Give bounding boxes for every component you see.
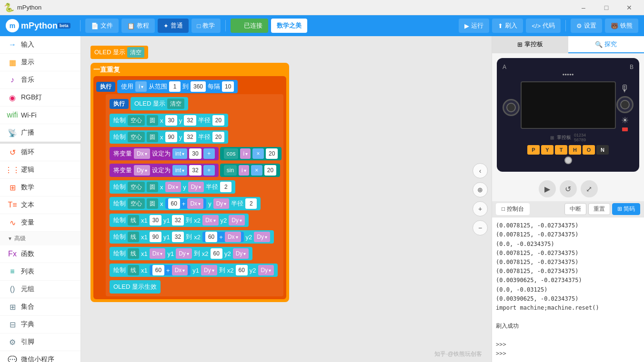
sidebar-item-dict[interactable]: ⊟ 字典 [0,316,80,333]
device-joystick[interactable] [564,157,572,164]
tutorial-button[interactable]: 📋 教程 [121,19,155,33]
sidebar-item-pin[interactable]: ⚙ 引脚 [0,333,80,351]
sin-block[interactable]: sin i × 20 [220,164,280,177]
tab-control[interactable]: ⊞ 掌控板 [492,36,568,53]
x-val-2[interactable]: 90 [165,132,177,142]
sidebar-item-music[interactable]: ♪ 音乐 [0,71,80,89]
expr-60-plus-dx[interactable]: 60 + Dx [165,198,207,209]
sidebar-item-wechat[interactable]: 💬 微信小程序 [0,351,80,362]
line-label-3[interactable]: 线 [128,248,139,259]
sidebar-section-advanced[interactable]: ▼ 高级 [0,232,80,245]
code-button[interactable]: </> 代码 [526,19,561,33]
sidebar-item-math[interactable]: ⊞ 数学 [0,179,80,196]
file-button[interactable]: 📄 文件 [85,19,119,33]
val-60-1[interactable]: 60 [168,198,180,209]
set-dx-block[interactable]: 将变量 Dx 设定为 int 30 + [110,147,219,160]
int-label-2[interactable]: int [172,165,188,176]
r-val-4[interactable]: 2 [245,198,257,209]
run-button[interactable]: ▶ 运行 [459,19,489,33]
hollow-label-3[interactable]: 空心 [128,182,145,192]
oled-clear-val-2[interactable]: 清空 [167,98,184,109]
x1-dx-3[interactable]: Dx [150,248,166,259]
r-val-1[interactable]: 20 [212,115,224,126]
dx-var[interactable]: Dx [134,148,150,159]
interrupt-button[interactable]: 中断 [564,203,586,215]
device-btn-right[interactable] [616,96,634,113]
step-val[interactable]: 10 [222,81,234,92]
flash-button[interactable]: ⬆ 刷入 [492,19,523,33]
y2-dy-3[interactable]: Dy [233,248,249,259]
sidebar-item-variable[interactable]: ∿ 变量 [0,214,80,232]
set-dy-block[interactable]: 将变量 Dy 设定为 int 32 + [110,164,219,177]
y-val-1[interactable]: 32 [184,115,196,126]
sidebar-item-logic[interactable]: ⋮⋮ 逻辑 [0,161,80,179]
dy-var[interactable]: Dy [134,165,150,176]
oled-show-block[interactable]: OLED 显示生效 [110,280,161,294]
sidebar-item-text[interactable]: T≡ 文本 [0,196,80,214]
int-label-1[interactable]: int [172,148,188,159]
dy-y3[interactable]: Dy [188,182,204,192]
settings-button[interactable]: ⚙ 设置 [571,19,602,33]
r-val-3[interactable]: 2 [220,182,231,192]
sin-i-var[interactable]: i [239,165,249,176]
canvas-scroll[interactable]: OLED 显示 清空 一直重复 执行 [81,36,492,362]
y2-dy-1[interactable]: Dy [229,215,245,225]
expr-60-plus-dx-4[interactable]: 60 + Dx [150,265,191,275]
nav-prev-button[interactable]: ‹ [473,163,488,178]
y1-dy-4[interactable]: Dy [201,265,217,275]
circle-label-3[interactable]: 圆 [147,182,158,192]
math-beauty-button[interactable]: 数学之美 [271,19,307,33]
draw-circle-1-block[interactable]: 绘制 空心 圆 x 30 y 32 半径 20 [110,114,228,127]
tab-explore[interactable]: 🔍 探究 [568,36,644,53]
sidebar-item-wifi[interactable]: wifi Wi-Fi [0,107,80,124]
sidebar-item-display[interactable]: ▦ 显示 [0,54,80,71]
sin-label[interactable]: sin [224,165,237,176]
val-60-2[interactable]: 60 [205,232,217,242]
sidebar-item-list[interactable]: ≡ 列表 [0,263,80,281]
y1-val-1[interactable]: 32 [172,215,184,225]
x1-val-1[interactable]: 30 [150,215,161,225]
block-canvas[interactable]: OLED 显示 清空 一直重复 执行 [81,36,492,362]
reset-device-button[interactable]: ↺ [560,180,577,197]
sidebar-item-input[interactable]: → 输入 [0,36,80,54]
repeat-forever-block[interactable]: 一直重复 执行 使用 i 从范围 1 到 [91,63,289,302]
sidebar-item-loop[interactable]: ↺ 循环 [0,144,80,161]
line-label-2[interactable]: 线 [128,232,139,242]
range-start[interactable]: 1 [169,81,181,92]
normal-button[interactable]: ✦ 普通 [158,19,189,33]
simple-code-button[interactable]: ⊞ 简码 [612,203,640,215]
sidebar-item-function[interactable]: Fx 函数 [0,245,80,263]
hollow-label-1[interactable]: 空心 [128,115,145,126]
teach-button[interactable]: □ 教学 [191,19,221,33]
draw-line-3-block[interactable]: 绘制 线 x1 Dx y1 Dy 到 x2 60 y2 [110,247,252,260]
connected-button[interactable]: 已连接 [231,19,268,33]
i-var[interactable]: i [135,81,147,92]
console-tab-main[interactable]: □ 控制台 [496,203,530,215]
circle-label-4[interactable]: 圆 [147,198,158,209]
draw-circle-3-block[interactable]: 绘制 空心 圆 x Dx y Dy 半径 2 [110,180,235,194]
expr-60-plus-dx-2[interactable]: 60 + Dx [202,232,244,242]
y2-dy-4[interactable]: Dy [258,265,274,275]
x-val-1[interactable]: 30 [165,115,177,126]
device-btn-left[interactable] [503,99,520,116]
y-val-2[interactable]: 32 [184,132,196,142]
sidebar-item-set[interactable]: ⊞ 集合 [0,298,80,316]
cos-i-var[interactable]: i [240,148,251,159]
hollow-label-2[interactable]: 空心 [128,132,145,142]
close-button[interactable]: ✕ [618,0,640,15]
draw-line-4-block[interactable]: 绘制 线 x1 60 + Dx y1 Dy [110,264,278,277]
x2-dx-1[interactable]: Dx [202,215,219,225]
dy-y4[interactable]: Dy [213,198,230,209]
dx-expr-4[interactable]: Dx [172,265,188,275]
play-button[interactable]: ▶ [539,180,556,197]
y1-dy-3[interactable]: Dy [176,248,192,259]
circle-label-2[interactable]: 圆 [147,132,158,142]
sin-val-20[interactable]: 20 [264,165,276,176]
cos-label[interactable]: cos [224,148,239,159]
val-32[interactable]: 32 [189,165,201,176]
dx-expr-2[interactable]: Dx [225,232,241,242]
fullscreen-button[interactable]: ⤢ [581,180,598,197]
cos-val-20[interactable]: 20 [266,148,278,159]
line-label-1[interactable]: 线 [128,215,139,225]
range-end[interactable]: 360 [191,81,206,92]
